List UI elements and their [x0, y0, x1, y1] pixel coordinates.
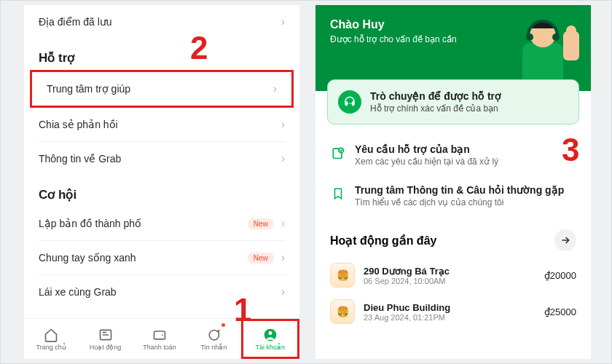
- chevron-right-icon: ›: [281, 251, 285, 264]
- home-icon: [44, 328, 58, 342]
- new-badge: New: [248, 218, 274, 229]
- annotation-1: 1: [234, 292, 251, 328]
- activity-price: ₫20000: [544, 270, 576, 281]
- activity-name: 290 Dương Bá Trạc: [364, 266, 450, 277]
- chat-support-title: Trò chuyện để được hỗ trợ: [370, 90, 501, 102]
- saved-places-label: Địa điểm đã lưu: [39, 16, 281, 28]
- annotation-3: 3: [562, 132, 579, 168]
- nav-payment[interactable]: Thanh toán: [133, 319, 187, 359]
- chevron-right-icon: ›: [281, 217, 285, 230]
- nav-home[interactable]: Trang chủ: [24, 319, 78, 359]
- nav-payment-label: Thanh toán: [143, 344, 176, 351]
- about-grab-label: Thông tin về Grab: [39, 153, 281, 165]
- chevron-right-icon: ›: [281, 285, 285, 298]
- svg-point-12: [351, 103, 353, 105]
- recent-activity-header: Hoạt động gần đây: [315, 216, 591, 257]
- notification-dot-icon: [221, 323, 225, 327]
- share-feedback-row[interactable]: Chia sẻ phản hồi ›: [24, 108, 299, 141]
- live-green-label: Chung tay sống xanh: [39, 252, 248, 264]
- your-requests-subtitle: Xem các yêu cầu hiện tại và đã xử lý: [355, 157, 498, 167]
- your-requests-title: Yêu cầu hỗ trợ của bạn: [355, 143, 498, 155]
- map-city-label: Lập bản đồ thành phố: [39, 218, 248, 229]
- svg-point-3: [268, 331, 272, 335]
- drive-with-grab-row[interactable]: Lái xe cùng Grab ›: [24, 275, 299, 309]
- nav-messages[interactable]: Tin nhắn: [187, 319, 240, 359]
- nav-activity[interactable]: Hoạt động: [78, 319, 132, 359]
- faq-subtitle: Tìm hiểu về các dịch vụ của chúng tôi: [355, 197, 564, 207]
- chat-headset-icon: [338, 90, 361, 114]
- food-order-icon: 🍔: [330, 263, 355, 288]
- chevron-right-icon: ›: [281, 118, 285, 131]
- activity-row[interactable]: 🍔 290 Dương Bá Trạc 06 Sep 2024, 10:00AM…: [315, 257, 591, 293]
- support-section-header: Hỗ trợ: [24, 39, 299, 70]
- nav-activity-label: Hoạt động: [90, 344, 122, 351]
- live-green-row[interactable]: Chung tay sống xanh New ›: [24, 241, 299, 274]
- share-feedback-label: Chia sẻ phản hồi: [39, 119, 281, 130]
- activity-price: ₫25000: [544, 306, 576, 317]
- annotation-2: 2: [190, 30, 208, 66]
- svg-rect-9: [566, 25, 576, 39]
- map-city-row[interactable]: Lập bản đồ thành phố New ›: [24, 207, 299, 240]
- chevron-right-icon: ›: [281, 152, 285, 165]
- svg-point-6: [526, 33, 533, 41]
- activity-date: 06 Sep 2024, 10:00AM: [364, 277, 450, 285]
- nav-home-label: Trang chủ: [36, 344, 66, 351]
- bookmark-icon: [330, 186, 346, 202]
- activity-name: Dieu Phuc Building: [364, 302, 450, 313]
- faq-title: Trung tâm Thông tin & Câu hỏi thường gặp: [355, 184, 564, 196]
- recent-activity-title: Hoạt động gần đây: [330, 234, 436, 248]
- svg-point-11: [349, 103, 350, 105]
- new-badge: New: [248, 253, 274, 264]
- help-hero: Chào Huy Được hỗ trợ cho vấn đề bạn cần: [315, 5, 591, 91]
- activity-row[interactable]: 🍔 Dieu Phuc Building 23 Aug 2024, 01:21P…: [315, 293, 591, 330]
- help-center-row[interactable]: Trung tâm trợ giúp ›: [30, 70, 294, 108]
- svg-point-10: [348, 103, 349, 105]
- bottom-nav: Trang chủ Hoạt động Thanh toán Tin nhắ: [24, 318, 299, 359]
- food-order-icon: 🍔: [330, 299, 355, 324]
- your-requests-row[interactable]: Yêu cầu hỗ trợ của bạn Xem các yêu cầu h…: [315, 135, 591, 175]
- nav-account-label: Tài khoản: [256, 344, 286, 351]
- wallet-icon: [152, 328, 167, 342]
- chat-support-card[interactable]: Trò chuyện để được hỗ trợ Hỗ trợ chính x…: [327, 79, 579, 124]
- ticket-icon: [330, 145, 346, 161]
- chat-support-subtitle: Hỗ trợ chính xác vấn đề của bạn: [370, 103, 501, 114]
- nav-messages-label: Tin nhắn: [201, 344, 227, 351]
- about-grab-row[interactable]: Thông tin về Grab ›: [24, 142, 299, 175]
- account-screen: Địa điểm đã lưu › Hỗ trợ Trung tâm trợ g…: [24, 5, 299, 359]
- svg-rect-1: [154, 331, 165, 339]
- account-icon: [263, 328, 278, 342]
- faq-row[interactable]: Trung tâm Thông tin & Câu hỏi thường gặp…: [315, 175, 591, 216]
- svg-point-7: [552, 33, 560, 41]
- chevron-right-icon: ›: [273, 82, 277, 95]
- opportunity-section-header: Cơ hội: [24, 175, 299, 207]
- help-center-label: Trung tâm trợ giúp: [47, 83, 273, 95]
- see-all-button[interactable]: [554, 229, 576, 251]
- message-icon: [206, 328, 221, 342]
- chevron-right-icon: ›: [281, 15, 285, 28]
- saved-places-row[interactable]: Địa điểm đã lưu ›: [24, 5, 299, 39]
- activity-date: 23 Aug 2024, 01:21PM: [364, 313, 450, 322]
- help-screen: Chào Huy Được hỗ trợ cho vấn đề bạn cần: [315, 5, 591, 359]
- activity-icon: [98, 328, 113, 342]
